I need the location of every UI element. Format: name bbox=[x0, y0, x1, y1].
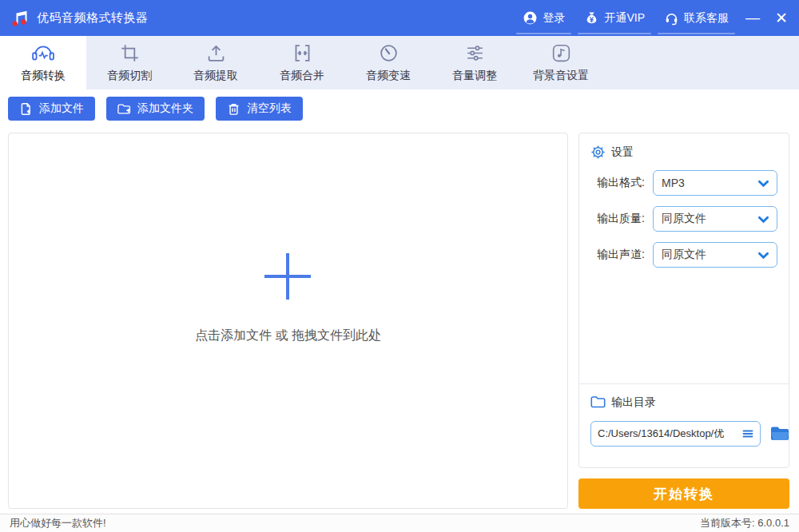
minimize-button[interactable]: — bbox=[738, 0, 767, 36]
tab-audio-extract[interactable]: 音频提取 bbox=[173, 36, 259, 89]
titlebar: 优码音频格式转换器 登录 开通VIP bbox=[0, 0, 799, 36]
output-channel-label: 输出声道: bbox=[590, 248, 653, 262]
setting-row-format: 输出格式: MP3 bbox=[590, 170, 777, 196]
folder-filled-icon bbox=[769, 425, 790, 443]
setting-row-channel: 输出声道: 同原文件 bbox=[590, 242, 777, 268]
output-quality-value: 同原文件 bbox=[662, 212, 706, 226]
main-content: 点击添加文件 或 拖拽文件到此处 设置 输出格式: bbox=[0, 128, 799, 514]
output-format-label: 输出格式: bbox=[590, 176, 653, 190]
folder-plus-icon bbox=[117, 102, 131, 116]
actions-bar: 添加文件 添加文件夹 清空列表 bbox=[0, 89, 799, 128]
tab-label: 音频变速 bbox=[366, 69, 411, 83]
gear-icon bbox=[590, 145, 606, 160]
sliders-icon bbox=[465, 43, 485, 63]
statusbar-slogan: 用心做好每一款软件! bbox=[10, 516, 106, 530]
output-directory-header: 输出目录 bbox=[590, 395, 777, 410]
headset-icon bbox=[664, 10, 679, 26]
tab-audio-cut[interactable]: 音频切割 bbox=[86, 36, 173, 89]
output-format-value: MP3 bbox=[662, 177, 685, 189]
output-directory-title: 输出目录 bbox=[611, 395, 656, 410]
settings-title: 设置 bbox=[611, 145, 634, 160]
output-directory-section: 输出目录 bbox=[579, 384, 789, 467]
tab-audio-merge[interactable]: 音频合并 bbox=[259, 36, 345, 89]
contact-support-label: 联系客服 bbox=[684, 11, 729, 26]
dropzone-hint: 点击添加文件 或 拖拽文件到此处 bbox=[195, 328, 381, 344]
app-window: 优码音频格式转换器 登录 开通VIP bbox=[0, 0, 799, 532]
setting-row-quality: 输出质量: 同原文件 bbox=[590, 206, 777, 232]
settings-sidebar: 设置 输出格式: MP3 输出质量: bbox=[578, 133, 789, 509]
clear-list-button[interactable]: 清空列表 bbox=[216, 97, 303, 121]
output-format-select[interactable]: MP3 bbox=[653, 170, 777, 196]
settings-panel: 设置 输出格式: MP3 输出质量: bbox=[578, 133, 789, 468]
window-title: 优码音频格式转换器 bbox=[37, 10, 149, 26]
open-vip-button[interactable]: 开通VIP bbox=[574, 0, 654, 36]
add-folder-label: 添加文件夹 bbox=[137, 101, 193, 116]
tab-label: 音频提取 bbox=[193, 69, 238, 83]
add-file-label: 添加文件 bbox=[39, 101, 84, 116]
tab-volume-adjust[interactable]: 音量调整 bbox=[431, 36, 518, 89]
add-folder-button[interactable]: 添加文件夹 bbox=[106, 97, 205, 121]
settings-section: 设置 输出格式: MP3 输出质量: bbox=[579, 133, 789, 383]
music-note-square-icon bbox=[551, 43, 571, 63]
browse-folder-button[interactable] bbox=[769, 425, 790, 443]
tab-audio-speed[interactable]: 音频变速 bbox=[345, 36, 431, 89]
start-convert-button[interactable]: 开始转换 bbox=[578, 478, 789, 509]
upload-icon bbox=[206, 43, 226, 63]
tab-label: 背景音设置 bbox=[533, 69, 589, 83]
toolbar-tabs: 音频转换 音频切割 音频提取 音频合并 bbox=[0, 36, 799, 89]
chevron-down-icon bbox=[757, 213, 769, 225]
output-path-field bbox=[590, 421, 761, 447]
file-dropzone[interactable]: 点击添加文件 或 拖拽文件到此处 bbox=[8, 133, 568, 509]
money-bag-icon bbox=[584, 10, 599, 26]
output-channel-value: 同原文件 bbox=[662, 248, 706, 262]
add-file-button[interactable]: 添加文件 bbox=[8, 97, 95, 121]
folder-outline-icon bbox=[590, 395, 606, 410]
tab-label: 音频合并 bbox=[280, 69, 324, 83]
file-plus-icon bbox=[19, 102, 33, 116]
trash-icon bbox=[227, 102, 240, 116]
tab-label: 音频转换 bbox=[21, 69, 66, 83]
output-path-row bbox=[590, 421, 777, 447]
headphones-wave-icon bbox=[30, 43, 56, 63]
speedometer-icon bbox=[379, 43, 399, 63]
plus-icon bbox=[264, 252, 312, 300]
app-logo-music-note-icon bbox=[10, 8, 30, 29]
open-vip-label: 开通VIP bbox=[604, 11, 645, 26]
output-path-input[interactable] bbox=[598, 428, 738, 440]
tab-label: 音频切割 bbox=[107, 69, 152, 83]
contact-support-button[interactable]: 联系客服 bbox=[654, 0, 738, 36]
tab-label: 音量调整 bbox=[452, 69, 497, 83]
hamburger-menu-icon[interactable] bbox=[741, 427, 754, 440]
dropzone-inner: 点击添加文件 或 拖拽文件到此处 bbox=[195, 252, 381, 344]
chevron-down-icon bbox=[757, 177, 769, 189]
login-button[interactable]: 登录 bbox=[513, 0, 574, 36]
statusbar: 用心做好每一款软件! 当前版本号: 6.0.0.1 bbox=[0, 514, 799, 532]
merge-brackets-icon bbox=[292, 43, 312, 63]
statusbar-version: 当前版本号: 6.0.0.1 bbox=[700, 516, 789, 530]
output-quality-select[interactable]: 同原文件 bbox=[653, 206, 777, 232]
output-quality-label: 输出质量: bbox=[590, 212, 653, 226]
crop-icon bbox=[120, 43, 140, 63]
tab-audio-convert[interactable]: 音频转换 bbox=[0, 36, 86, 89]
chevron-down-icon bbox=[757, 249, 769, 261]
output-channel-select[interactable]: 同原文件 bbox=[653, 242, 777, 268]
login-label: 登录 bbox=[543, 11, 565, 26]
user-icon bbox=[523, 10, 538, 26]
close-button[interactable]: ✕ bbox=[767, 0, 796, 36]
clear-list-label: 清空列表 bbox=[247, 101, 292, 116]
tab-background-sound[interactable]: 背景音设置 bbox=[518, 36, 604, 89]
settings-header: 设置 bbox=[590, 145, 777, 160]
